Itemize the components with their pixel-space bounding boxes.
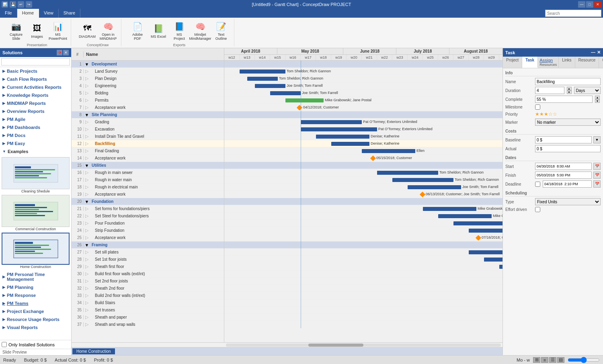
ribbon-search-input[interactable] [545,10,601,17]
table-row[interactable]: 3 ▷ Plan Design [72,75,224,82]
table-row[interactable]: 37 ▷ Sheath and wrap walls [72,321,224,328]
table-row[interactable]: 26 ▼ Framing [72,241,224,249]
table-row[interactable]: 20 ▼ Foundation [72,198,224,205]
table-row[interactable]: 35 ▷ Set trusses [72,307,224,314]
sidebar-item-knowledge[interactable]: ▶ Knowledge Reports [0,91,71,99]
sidebar-image-commercial[interactable]: Commercial Construction [2,195,70,231]
sidebar-item-current-activities[interactable]: ▶ Current Activities Reports [0,83,71,91]
table-row[interactable]: 34 ▷ Build Stairs [72,299,224,307]
table-row[interactable]: 13 ▷ Final Grading [72,147,224,155]
table-row[interactable]: 10 ▷ Excavation [72,126,224,133]
text-outline-button[interactable]: 📝 Text Outline [211,19,231,42]
task-duration-input[interactable] [535,87,564,94]
sidebar-item-basic-projects[interactable]: ▶ Basic Projects [0,67,71,75]
table-row[interactable]: 11 ▷ Install Drain Tile and Gravel [72,133,224,140]
task-panel-close-button[interactable]: ✕ [597,50,601,55]
table-row[interactable]: 31 ▷ Set 2nd floor joists [72,278,224,285]
task-panel-minimize-button[interactable]: — [591,50,595,55]
actual-input[interactable] [535,145,601,152]
zoom-slider[interactable] [568,357,600,363]
duration-down-button[interactable]: ▼ [567,90,572,94]
tab-home[interactable]: Home [17,9,39,18]
task-complete-input[interactable] [535,96,593,103]
table-row[interactable]: 12 ▷ Backfilling [72,140,224,147]
assign-link[interactable]: Assign [539,58,553,63]
sidebar-item-pm-planning[interactable]: ▶ PM Planning [0,283,71,291]
table-row[interactable]: 14 ▷ Acceptance work [72,155,224,162]
tab-task[interactable]: Task [522,57,538,68]
tab-hypernote[interactable]: Hypernote [599,57,603,68]
tab-view[interactable]: View [39,9,59,18]
group-expand-icon[interactable]: ▼ [84,112,90,117]
sidebar-image-cleaning[interactable]: Cleaning Shedule [2,157,70,193]
group-expand-icon[interactable]: ▼ [84,199,90,204]
scroll-thumb[interactable] [308,344,363,347]
ms-powerpoint-button[interactable]: 📊 MS PowerPoint [48,19,68,42]
table-row[interactable]: 7 ▷ Acceptance work [72,104,224,111]
adobe-pdf-button[interactable]: 📄 Adobe PDF [128,19,147,42]
table-row[interactable]: 8 ▼ Site Planning [72,111,224,119]
sidebar-item-mindmap[interactable]: ▶ MINDMAP Reports [0,99,71,107]
table-row[interactable]: 22 ▷ Set Steel for foundations/piers [72,213,224,220]
table-row[interactable]: 17 ▷ Rough in water main [72,176,224,184]
table-row[interactable]: 1 ▼ Development [72,61,224,68]
diagram-button[interactable]: 🗺 DIAGRAM [78,21,97,40]
gantt-hscrollbar[interactable] [72,342,503,347]
sidebar-close-button[interactable]: ✕ [63,50,69,55]
finish-date-input[interactable] [535,172,592,179]
task-name-input[interactable] [535,78,601,85]
table-row[interactable]: 15 ▼ Utilities [72,162,224,169]
finish-date-picker-button[interactable]: 📅 [593,172,601,179]
only-installed-checkbox[interactable] [2,342,7,347]
maximize-button[interactable]: □ [586,1,593,8]
scroll-track[interactable] [226,344,501,347]
sidebar-item-project-exchange[interactable]: ▶ Project Exchange [0,307,71,315]
table-row[interactable]: 27 ▷ Set sill plates [72,249,224,256]
table-row[interactable]: 32 ▷ Sheath 2nd floor [72,285,224,292]
table-row[interactable]: 25 ▷ Acceptance work [72,234,224,241]
tab-assign-resources[interactable]: Assign Resources [538,57,559,68]
table-row[interactable]: 18 ▷ Rough in electrical main [72,184,224,191]
quick-undo[interactable]: ↩ [18,1,24,8]
sidebar-search-input[interactable] [1,58,70,65]
tab-file[interactable]: File [0,9,17,18]
view-btn-2[interactable]: ≡ [541,357,548,363]
sidebar-item-pm-teams[interactable]: ▶ PM Teams [0,299,71,307]
group-expand-icon[interactable]: ▼ [84,163,90,168]
start-date-picker-button[interactable]: 📅 [593,163,601,170]
tab-resource[interactable]: Resource [575,57,599,68]
deadline-date-picker-button[interactable]: 📅 [593,180,601,188]
sidebar-item-overview[interactable]: ▶ Overview Reports [0,107,71,115]
table-row[interactable]: 19 ▷ Acceptance work [72,191,224,198]
deadline-input[interactable] [543,180,592,188]
priority-stars[interactable]: ★★★☆☆ [535,111,557,117]
marker-select[interactable]: No marker [535,119,601,126]
minimize-button[interactable]: — [578,1,585,8]
table-row[interactable]: 16 ▷ Rough in main sewer [72,169,224,176]
sidebar-item-pm-dashboards[interactable]: ▶ PM Dashboards [0,123,71,131]
bottom-tab-home-construction[interactable]: Home Construction [72,348,115,354]
table-row[interactable]: 2 ▷ Land Survey [72,68,224,75]
images-button[interactable]: 🖼 Images [27,21,47,40]
view-btn-1[interactable]: ⊞ [533,357,540,363]
tab-links[interactable]: Links [559,57,575,68]
open-mindmap-button[interactable]: 🧠 Open in MINDMAP [98,19,118,42]
sidebar-item-pm-docs[interactable]: ▶ PM Docs [0,131,71,139]
milestone-checkbox[interactable] [535,104,540,110]
group-expand-icon[interactable]: ▼ [84,62,90,67]
tab-share[interactable]: Share [59,9,80,18]
sidebar-item-pm-response[interactable]: ▶ PM Response [0,291,71,299]
capture-slide-button[interactable]: 📷 Capture Slide [6,19,26,42]
sidebar-item-resource-usage[interactable]: ▶ Resource Usage Reports [0,315,71,323]
gantt-chart-scroll[interactable]: Tom Sheldon; Rich Gannon Tom Sheldon; Ri… [224,61,503,342]
view-btn-4[interactable]: ▤ [557,357,564,363]
table-row[interactable]: 9 ▷ Grading [72,119,224,126]
tab-project[interactable]: Project [503,57,522,68]
table-row[interactable]: 36 ▷ Sheath and paper [72,314,224,321]
ms-project-button[interactable]: 📘 MS Project [170,19,189,42]
complete-up-button[interactable]: ▲ [595,96,600,99]
scheduling-type-select[interactable]: Fixed Units Fixed Duration Fixed Work [535,198,601,205]
table-row[interactable]: 29 ▷ Sheath first floor [72,263,224,270]
sidebar-item-pm-personal[interactable]: ▶ PM Personal Time Management [0,270,71,283]
deadline-checkbox[interactable] [535,182,540,187]
